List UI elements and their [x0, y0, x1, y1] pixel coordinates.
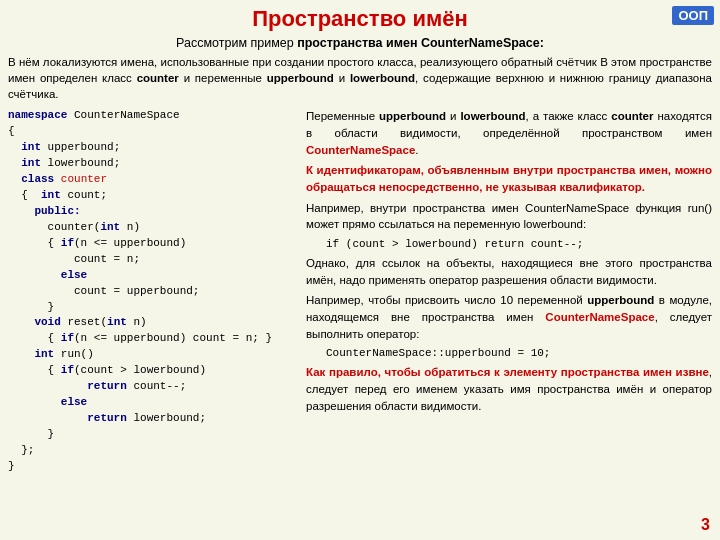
oop-badge: ООП	[672, 6, 714, 25]
subtitle-bold: пространства имен CounterNameSpace:	[297, 36, 544, 50]
right-p6: Как правило, чтобы обратиться к элементу…	[306, 364, 712, 414]
right-p4: Однако, для ссылок на объекты, находящие…	[306, 255, 712, 288]
page-title: Пространство имён	[8, 6, 712, 32]
subtitle: Рассмотрим пример пространства имен Coun…	[8, 36, 712, 50]
code-example-1: if (count > lowerbound) return count--;	[326, 237, 712, 253]
right-p3: Например, внутри пространства имен Count…	[306, 200, 712, 233]
code-example-2: CounterNameSpace::upperbound = 10;	[326, 346, 712, 362]
page-number: 3	[701, 516, 710, 534]
main-content: namespace CounterNameSpace { int upperbo…	[8, 108, 712, 468]
code-panel: namespace CounterNameSpace { int upperbo…	[8, 108, 298, 468]
right-p5: Например, чтобы присвоить число 10 перем…	[306, 292, 712, 342]
subtitle-plain: Рассмотрим пример	[176, 36, 297, 50]
right-p2: К идентификаторам, объявленным внутри пр…	[306, 162, 712, 195]
right-p1: Переменные upperbound и lowerbound, а та…	[306, 108, 712, 158]
intro-text: В нём локализуются имена, использованные…	[8, 54, 712, 102]
page: ООП Пространство имён Рассмотрим пример …	[0, 0, 720, 540]
right-panel: Переменные upperbound и lowerbound, а та…	[306, 108, 712, 468]
